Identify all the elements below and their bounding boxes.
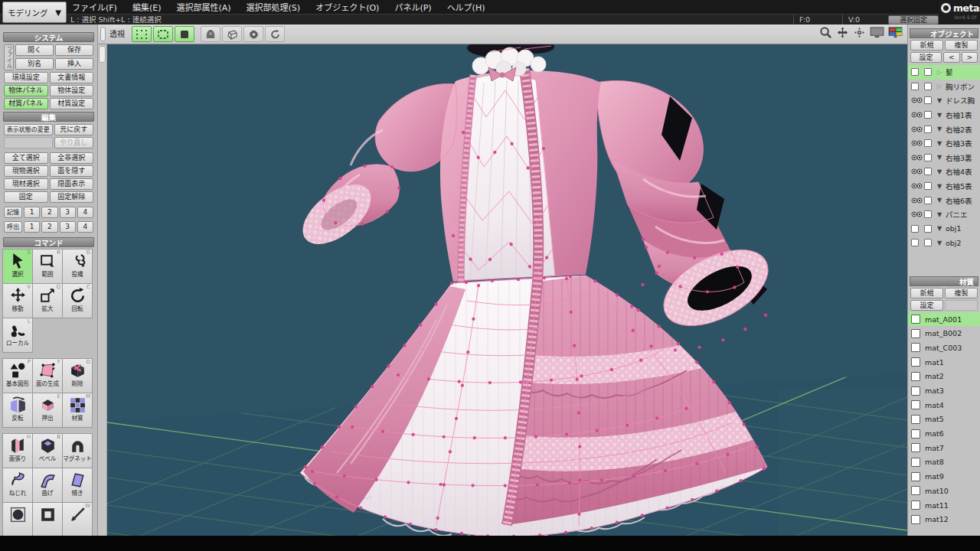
material-checkbox[interactable]	[911, 415, 920, 424]
material-panel-button[interactable]: 材質パネル	[4, 98, 48, 109]
undo-button[interactable]: 元に戻す	[54, 124, 93, 135]
material-row[interactable]: mat10	[908, 484, 980, 498]
recall-slot-button[interactable]: 3	[60, 221, 76, 233]
show-vertices-button[interactable]	[132, 26, 152, 42]
material-checkbox[interactable]	[911, 329, 920, 338]
material-row[interactable]: mat6	[908, 426, 980, 441]
expand-toggle[interactable]: ▷	[935, 69, 944, 76]
perspective-label[interactable]: 透視	[109, 24, 125, 44]
material-section-header[interactable]: 材質	[910, 276, 978, 286]
material-row[interactable]: mat3	[908, 383, 980, 398]
object-row[interactable]: ▼ 右袖5表	[908, 179, 980, 194]
material-settings-button[interactable]: 材質設定	[50, 98, 94, 109]
command-tool[interactable]: ねじれ	[2, 468, 33, 503]
lock-checkbox[interactable]	[924, 68, 932, 76]
command-tool[interactable]: マグネット	[62, 433, 93, 468]
material-checkbox[interactable]	[911, 500, 920, 510]
object-settings-button[interactable]: 物体設定	[50, 85, 94, 96]
menu-item[interactable]: 選択部処理(S)	[247, 1, 301, 13]
doc-info-button[interactable]: 文書情報	[50, 72, 94, 83]
show-hidden-button[interactable]: 隠面表示	[50, 178, 94, 190]
object-new-button[interactable]: 新規	[910, 40, 943, 51]
material-checkbox[interactable]	[911, 486, 920, 495]
menu-item[interactable]: オブジェクト(O)	[315, 1, 379, 13]
material-row[interactable]: mat7	[908, 441, 980, 455]
refresh-view-button[interactable]	[265, 26, 285, 42]
object-row[interactable]: ▼ 右袖3裏	[908, 151, 980, 165]
visibility-eye-icon[interactable]	[911, 126, 923, 132]
select-current-object-button[interactable]: 現物選択	[4, 165, 48, 177]
edit-section-header[interactable]: 編集	[3, 112, 94, 122]
lock-checkbox[interactable]	[924, 210, 932, 218]
show-faces-button[interactable]	[175, 26, 194, 42]
lock-checkbox[interactable]	[924, 139, 932, 147]
expand-toggle[interactable]: ▼	[935, 183, 944, 190]
lock-checkbox[interactable]	[924, 96, 932, 104]
lock-checkbox[interactable]	[924, 239, 932, 246]
insert-button[interactable]: 挿入	[55, 58, 93, 70]
command-tool[interactable]: W	[62, 502, 93, 536]
expand-toggle[interactable]: ▼	[935, 154, 944, 161]
object-row[interactable]: ▼ パニエ	[908, 207, 980, 222]
material-checkbox[interactable]	[911, 472, 920, 481]
lock-checkbox[interactable]	[924, 83, 932, 90]
object-panel-button[interactable]: 物体パネル	[4, 85, 48, 96]
visibility-eye-icon[interactable]	[911, 183, 923, 189]
command-tool[interactable]: 反転	[2, 393, 33, 428]
expand-toggle[interactable]: ▼	[935, 211, 944, 218]
visibility-eye-icon[interactable]	[911, 140, 923, 146]
command-tool[interactable]: 傾き	[62, 468, 93, 503]
lock-checkbox[interactable]	[924, 168, 932, 175]
command-tool[interactable]: H 面張り	[2, 433, 33, 468]
command-tool[interactable]: C 回転	[62, 283, 93, 318]
memory-slot-button[interactable]: 2	[41, 207, 57, 218]
memory-slot-button[interactable]: 3	[60, 207, 76, 218]
material-row[interactable]: mat9	[908, 469, 980, 484]
orbit-icon[interactable]	[853, 26, 866, 39]
visibility-checkbox[interactable]	[911, 68, 919, 76]
command-section-header[interactable]: コマンド	[3, 237, 94, 247]
expand-toggle[interactable]: ▼	[935, 97, 944, 104]
zoom-icon[interactable]	[819, 26, 832, 39]
visibility-eye-icon[interactable]	[911, 155, 923, 161]
mode-dropdown[interactable]: モデリング ▼	[2, 2, 67, 23]
pan-icon[interactable]	[836, 26, 849, 39]
material-row[interactable]: mat8	[908, 455, 980, 470]
menu-item[interactable]: 選択部属性(A)	[176, 1, 230, 13]
material-new-button[interactable]: 新規	[910, 288, 943, 298]
visibility-eye-icon[interactable]	[911, 211, 923, 217]
recall-slot-button[interactable]: 1	[24, 221, 40, 233]
selection-lock-button[interactable]: 選択固定	[888, 15, 939, 24]
material-row[interactable]: mat11	[908, 498, 980, 513]
command-tool[interactable]: F 面の生成	[32, 358, 63, 393]
material-checkbox[interactable]	[911, 515, 920, 524]
viewport-canvas[interactable]	[107, 44, 907, 536]
visibility-eye-icon[interactable]	[911, 97, 923, 103]
material-row[interactable]: mat12	[908, 512, 980, 527]
left-scroll-thumb[interactable]	[99, 46, 106, 63]
lock-checkbox[interactable]	[924, 111, 932, 119]
select-current-material-button[interactable]: 現材選択	[4, 178, 48, 190]
show-edges-button[interactable]	[153, 26, 173, 42]
command-tool[interactable]: D 削除	[62, 358, 93, 393]
visibility-eye-icon[interactable]	[911, 197, 923, 204]
material-row[interactable]: mat_A001	[908, 312, 980, 327]
shading-button[interactable]	[201, 26, 220, 42]
menu-item[interactable]: ヘルプ(H)	[447, 1, 485, 13]
expand-toggle[interactable]: ▼	[935, 225, 944, 232]
material-row[interactable]: mat2	[908, 369, 980, 383]
material-checkbox[interactable]	[911, 343, 920, 352]
material-row[interactable]: mat_B002	[908, 326, 980, 341]
material-checkbox[interactable]	[911, 315, 920, 324]
object-section-header[interactable]: オブジェクト	[910, 28, 978, 38]
object-row[interactable]: ▷ 胸リボン	[908, 80, 980, 94]
lock-checkbox[interactable]	[924, 197, 932, 204]
save-button[interactable]: 保存	[55, 44, 93, 56]
select-all-button[interactable]: 全て選択	[4, 152, 48, 164]
expand-toggle[interactable]: ▼	[935, 112, 944, 119]
redo-button[interactable]: やり直し	[54, 137, 93, 148]
object-next-button[interactable]: >	[962, 52, 978, 63]
material-row[interactable]: mat5	[908, 412, 980, 427]
command-tool[interactable]	[2, 502, 33, 536]
material-row[interactable]: mat_C003	[908, 341, 980, 355]
